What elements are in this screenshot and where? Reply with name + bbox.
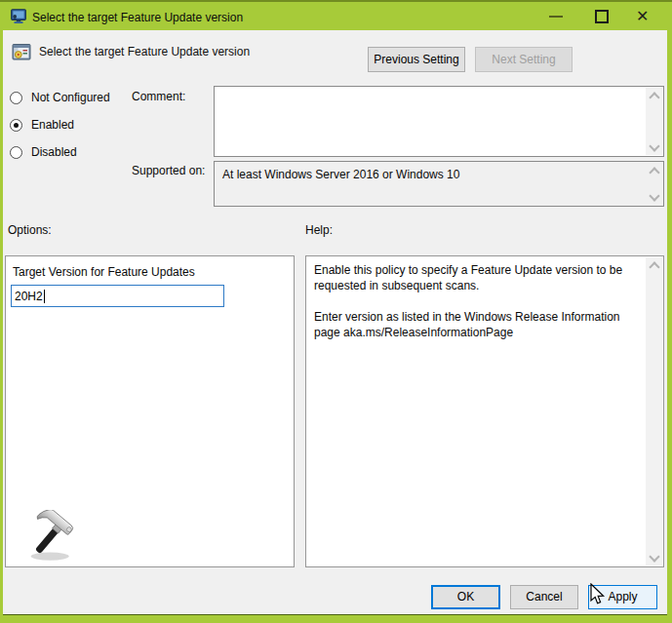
help-paragraph: Enable this policy to specify a Feature … [314,262,642,293]
policy-setting-icon [12,42,31,61]
radio-circle-icon [10,146,22,159]
target-version-input[interactable]: 20H2 [11,285,224,307]
scroll-down-icon[interactable] [650,554,659,562]
window-title: Select the target Feature Update version [32,9,243,26]
group-policy-icon [10,8,27,25]
radio-label: Disabled [31,145,77,159]
help-section-label: Help: [305,223,333,237]
dialog-body: Select the target Feature Update version… [3,30,667,615]
close-icon: ✕ [636,7,649,25]
comment-label: Comment: [132,90,185,103]
help-panel: Enable this policy to specify a Feature … [305,255,664,567]
help-scrollbar [646,257,662,565]
scroll-down-icon[interactable] [650,193,659,201]
options-section-label: Options: [8,223,52,237]
scroll-up-icon[interactable] [650,92,659,99]
mouse-cursor-icon [589,583,606,606]
radio-circle-icon [10,92,22,104]
text-caret [44,290,45,303]
target-version-label: Target Version for Feature Updates [13,265,195,279]
maximize-icon [595,10,609,23]
help-text: Enable this policy to specify a Feature … [306,256,646,340]
hammer-watermark-icon [23,510,82,565]
scroll-up-icon[interactable] [650,261,659,269]
maximize-button[interactable] [585,2,618,30]
help-paragraph: Enter version as listed in the Windows R… [314,309,642,340]
minimize-icon [549,16,563,18]
radio-circle-icon [10,119,22,132]
close-button[interactable]: ✕ [628,2,661,30]
scroll-up-icon[interactable] [650,167,659,175]
minimize-button[interactable] [539,2,573,30]
radio-disabled[interactable]: Disabled [10,142,77,162]
cancel-button[interactable]: Cancel [510,585,578,609]
titlebar[interactable]: Select the target Feature Update version… [0,0,672,30]
radio-label: Not Configured [31,91,110,104]
scroll-down-icon[interactable] [650,143,659,151]
options-panel: Target Version for Feature Updates 20H2 [5,255,295,567]
supported-on-label: Supported on: [132,164,205,177]
supported-on-box: At least Windows Server 2016 or Windows … [214,161,664,207]
policy-name: Select the target Feature Update version [39,45,250,58]
radio-label: Enabled [31,118,74,132]
supported-on-value: At least Windows Server 2016 or Windows … [215,162,663,181]
target-version-value: 20H2 [15,290,43,303]
policy-dialog-window: Select the target Feature Update version… [0,0,672,623]
ok-button[interactable]: OK [431,585,500,609]
comment-scrollbar [646,88,662,155]
radio-enabled[interactable]: Enabled [10,115,74,135]
radio-not-configured[interactable]: Not Configured [10,88,110,107]
supported-on-scrollbar [646,163,662,205]
comment-textarea[interactable] [214,86,664,157]
previous-setting-button[interactable]: Previous Setting [368,47,465,72]
next-setting-button[interactable]: Next Setting [475,47,573,72]
